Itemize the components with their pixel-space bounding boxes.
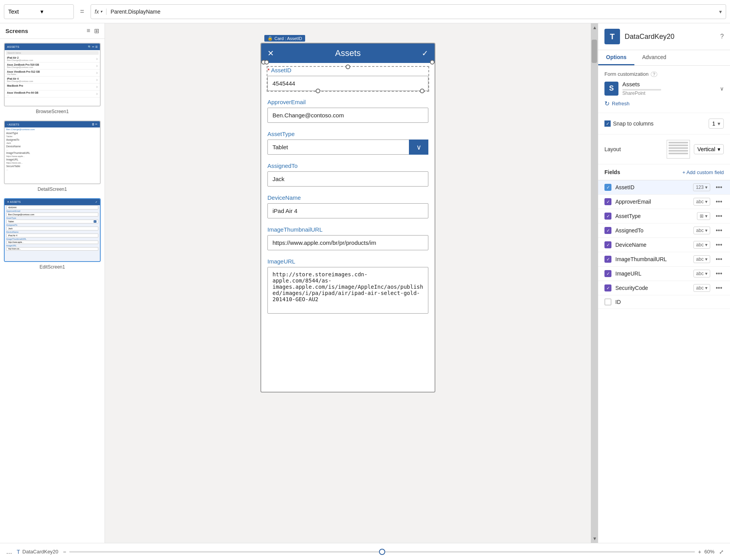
right-panel-icon: T	[604, 29, 620, 44]
devicename-input[interactable]	[267, 203, 428, 218]
field-row-imageurl[interactable]: ✓ ImageURL abc ▾ •••	[598, 267, 730, 281]
imagethumbnailurl-field-type[interactable]: abc ▾	[693, 255, 710, 263]
phone-frame: ✕ Assets ✓	[260, 43, 435, 393]
assetid-field-name: AssetID	[615, 184, 689, 190]
datasource-expand-arrow[interactable]: ∨	[720, 85, 724, 92]
field-row-id[interactable]: ID	[598, 295, 730, 309]
browse-screen-label: BrowseScreen1	[4, 108, 101, 115]
id-check[interactable]	[604, 298, 611, 305]
imageurl-check[interactable]: ✓	[604, 270, 611, 277]
layout-preview	[667, 140, 690, 159]
zoom-slider[interactable]	[69, 551, 695, 553]
columns-value: 1	[712, 120, 715, 127]
assettype-field-type[interactable]: ⊞ ▾	[697, 212, 710, 220]
securitycode-field-type[interactable]: abc ▾	[693, 284, 710, 292]
approveremail-field-type[interactable]: abc ▾	[693, 198, 710, 206]
field-group-assetid: AssetID	[267, 67, 428, 91]
zoom-thumb[interactable]	[379, 549, 385, 555]
imagethumbnailurl-check[interactable]: ✓	[604, 256, 611, 263]
vscroll-thumb[interactable]	[592, 40, 597, 63]
more-options-btn[interactable]: ...	[6, 548, 12, 556]
main-layout: Screens ≡ ⊞ ASSETS 🔍 ✏ ☰ Search items	[0, 23, 730, 543]
assettype-check[interactable]: ✓	[604, 213, 611, 220]
list-view-icon[interactable]: ≡	[87, 27, 90, 35]
formula-value[interactable]: Parent.DisplayName	[107, 9, 715, 15]
securitycode-check[interactable]: ✓	[604, 284, 611, 291]
refresh-btn[interactable]: ↻ Refresh	[604, 100, 724, 107]
bottom-bar: ... T DataCardKey20 − + 60% ⤢	[0, 543, 730, 560]
snap-checkbox[interactable]: ✓	[604, 120, 611, 127]
edit-screen-preview[interactable]: ✕ ASSETS ✓ 4545444 ApproverEmail Ben.Cha…	[4, 198, 101, 262]
field-row-approveremail[interactable]: ✓ ApproverEmail abc ▾ •••	[598, 195, 730, 209]
field-row-assignedto[interactable]: ✓ AssignedTo abc ▾ •••	[598, 223, 730, 238]
edit-screen-label: EditScreen1	[4, 263, 101, 270]
devicename-more-btn[interactable]: •••	[714, 241, 724, 248]
imagethumbnailurl-input[interactable]	[267, 235, 428, 250]
assignedto-more-btn[interactable]: •••	[714, 227, 724, 234]
card-badge-label: Card : AssetID	[274, 36, 302, 41]
fields-header: Fields + Add custom field	[598, 164, 730, 180]
assetid-type-arrow: ▾	[705, 185, 707, 190]
imageurl-textarea[interactable]: http://store.storeimages.cdn-apple.com/8…	[267, 267, 428, 314]
form-customization-help[interactable]: ?	[651, 72, 657, 77]
layout-select[interactable]: Vertical ▾	[694, 144, 724, 154]
approveremail-more-btn[interactable]: •••	[714, 198, 724, 205]
assetid-input[interactable]	[267, 76, 428, 91]
field-row-imagethumbnailurl[interactable]: ✓ ImageThumbnailURL abc ▾ •••	[598, 252, 730, 267]
assignedto-check[interactable]: ✓	[604, 227, 611, 234]
vscroll-down-btn[interactable]: ▼	[591, 534, 598, 543]
screen-item-edit: ✕ ASSETS ✓ 4545444 ApproverEmail Ben.Cha…	[4, 198, 101, 270]
layout-arrow: ▾	[718, 146, 720, 152]
right-tabs: Options Advanced	[598, 50, 730, 66]
zoom-expand-btn[interactable]: ⤢	[719, 549, 724, 555]
header-x-icon[interactable]: ✕	[267, 49, 274, 58]
grid-view-icon[interactable]: ⊞	[94, 27, 99, 35]
approveremail-input[interactable]	[267, 108, 428, 123]
imageurl-more-btn[interactable]: •••	[714, 270, 724, 277]
right-panel-help-icon[interactable]: ?	[720, 33, 724, 40]
snap-label: Snap to columns	[613, 120, 653, 127]
right-panel-title: DataCardKey20	[625, 33, 716, 41]
sidebar-title: Screens	[5, 28, 28, 34]
formula-bar[interactable]: fx ▾ Parent.DisplayName ▾	[91, 4, 726, 19]
assignedto-input[interactable]	[267, 171, 428, 187]
detail-screen-preview[interactable]: ‹ ASSETS 🗑 ✏ Ben.Change@contoso.com Asse…	[4, 120, 101, 184]
canvas-vscroll[interactable]: ▲ ▼	[591, 23, 598, 543]
browse-screen-preview[interactable]: ASSETS 🔍 ✏ ☰ Search items iPad Air 2 Ben…	[4, 43, 101, 106]
field-row-securitycode[interactable]: ✓ SecurityCode abc ▾ •••	[598, 281, 730, 295]
screen-item-browse: ASSETS 🔍 ✏ ☰ Search items iPad Air 2 Ben…	[4, 43, 101, 115]
devicename-check[interactable]: ✓	[604, 241, 611, 248]
zoom-minus-btn[interactable]: −	[63, 549, 66, 555]
imagethumbnailurl-more-btn[interactable]: •••	[714, 256, 724, 263]
formula-type-dropdown[interactable]: Text ▾	[4, 4, 74, 19]
tab-advanced[interactable]: Advanced	[634, 50, 674, 65]
assetid-check[interactable]: ✓	[604, 184, 611, 191]
assettype-dropdown-btn[interactable]: ∨	[409, 140, 428, 155]
formula-expand-arrow[interactable]: ▾	[715, 9, 726, 15]
layout-line-3	[669, 147, 688, 149]
assetid-more-btn[interactable]: •••	[714, 184, 724, 191]
approveremail-check[interactable]: ✓	[604, 198, 611, 205]
vscroll-up-btn[interactable]: ▲	[591, 23, 598, 32]
header-check-icon[interactable]: ✓	[422, 49, 428, 58]
layout-line-4	[669, 150, 688, 152]
assettype-more-btn[interactable]: •••	[714, 213, 724, 220]
add-custom-field-btn[interactable]: + Add custom field	[682, 169, 724, 175]
assignedto-field-type[interactable]: abc ▾	[693, 227, 710, 234]
field-row-assettype[interactable]: ✓ AssetType ⊞ ▾ •••	[598, 209, 730, 223]
field-row-devicename[interactable]: ✓ DeviceName abc ▾ •••	[598, 238, 730, 252]
field-row-assetid[interactable]: ✓ AssetID 123 ▾ •••	[598, 180, 730, 195]
imageurl-field-type[interactable]: abc ▾	[693, 270, 710, 277]
tab-options[interactable]: Options	[598, 50, 634, 65]
devicename-field-type[interactable]: abc ▾	[693, 241, 710, 249]
columns-select[interactable]: 1 ▾	[709, 119, 724, 129]
assetid-field-type[interactable]: 123 ▾	[693, 183, 710, 191]
approveremail-field-name: ApproverEmail	[615, 199, 690, 205]
detail-screen-label: DetailScreen1	[4, 186, 101, 193]
snap-checkbox-wrap[interactable]: ✓ Snap to columns	[604, 120, 653, 127]
assettype-select[interactable]: Tablet	[267, 140, 428, 155]
right-panel-header: T DataCardKey20 ?	[598, 23, 730, 50]
zoom-plus-btn[interactable]: +	[698, 549, 701, 555]
securitycode-more-btn[interactable]: •••	[714, 284, 724, 291]
header-title: Assets	[335, 48, 361, 58]
